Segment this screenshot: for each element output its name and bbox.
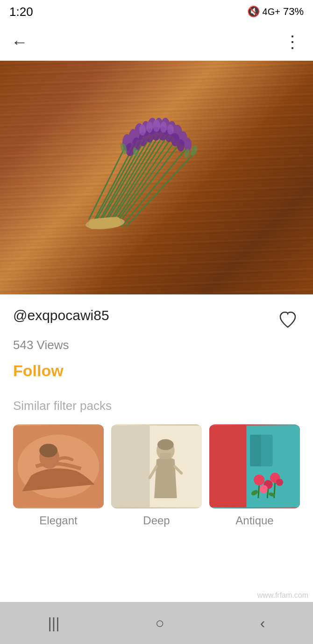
svg-rect-58 <box>250 435 261 466</box>
more-options-button[interactable]: ⋮ <box>284 34 302 50</box>
like-button[interactable] <box>276 308 300 333</box>
svg-rect-15 <box>88 216 121 229</box>
heart-icon <box>277 309 298 330</box>
similar-title: Similar filter packs <box>13 399 300 413</box>
deep-thumb-svg <box>111 424 202 508</box>
svg-point-36 <box>139 124 146 136</box>
filter-pack-thumb-elegant <box>13 424 104 508</box>
svg-point-40 <box>167 124 174 135</box>
antique-thumb-svg <box>209 424 300 508</box>
filter-pack-antique[interactable]: Antique <box>209 424 300 527</box>
svg-point-35 <box>177 139 185 151</box>
hero-image-svg <box>23 98 257 276</box>
svg-point-37 <box>146 122 153 133</box>
filter-pack-thumb-antique <box>209 424 300 508</box>
content-area: @exqpocawi85 543 Views Follow <box>0 294 313 380</box>
filter-pack-thumb-deep <box>111 424 202 508</box>
similar-section: Similar filter packs El <box>0 399 313 527</box>
filter-pack-label-antique: Antique <box>235 514 273 527</box>
filter-pack-label-elegant: Elegant <box>39 514 77 527</box>
recent-apps-button[interactable]: ||| <box>48 615 60 632</box>
battery-icon: 73% <box>283 6 304 18</box>
back-button[interactable]: ← <box>11 34 28 50</box>
filter-packs-row: Elegant <box>13 424 300 527</box>
svg-point-64 <box>276 479 284 486</box>
filter-pack-label-deep: Deep <box>143 514 170 527</box>
mute-icon: 🔇 <box>247 6 260 18</box>
svg-point-38 <box>153 120 160 132</box>
follow-button[interactable]: Follow <box>13 362 64 380</box>
signal-icon: 4G+ <box>263 7 280 17</box>
svg-point-39 <box>160 122 167 133</box>
svg-point-60 <box>254 474 264 485</box>
svg-point-63 <box>260 485 268 493</box>
svg-point-48 <box>39 444 57 458</box>
watermark: www.frfam.com <box>257 591 308 600</box>
status-time: 1:20 <box>9 5 33 19</box>
username-label: @exqpocawi85 <box>13 308 109 323</box>
back-nav-button[interactable]: ‹ <box>260 615 265 632</box>
status-icons: 🔇 4G+ 73% <box>247 6 304 18</box>
home-button[interactable]: ○ <box>155 615 164 632</box>
profile-row: @exqpocawi85 <box>13 308 300 333</box>
svg-rect-59 <box>209 426 247 508</box>
svg-rect-54 <box>160 453 171 459</box>
filter-pack-elegant[interactable]: Elegant <box>13 424 104 527</box>
filter-pack-deep[interactable]: Deep <box>111 424 202 527</box>
bottom-nav-bar: ||| ○ ‹ <box>0 602 313 644</box>
nav-bar: ← ⋮ <box>0 23 313 61</box>
svg-point-53 <box>157 439 174 450</box>
hero-image <box>0 61 313 294</box>
views-count: 543 Views <box>13 338 300 352</box>
elegant-thumb-svg <box>13 424 104 508</box>
svg-rect-51 <box>111 426 149 508</box>
status-bar: 1:20 🔇 4G+ 73% <box>0 0 313 23</box>
